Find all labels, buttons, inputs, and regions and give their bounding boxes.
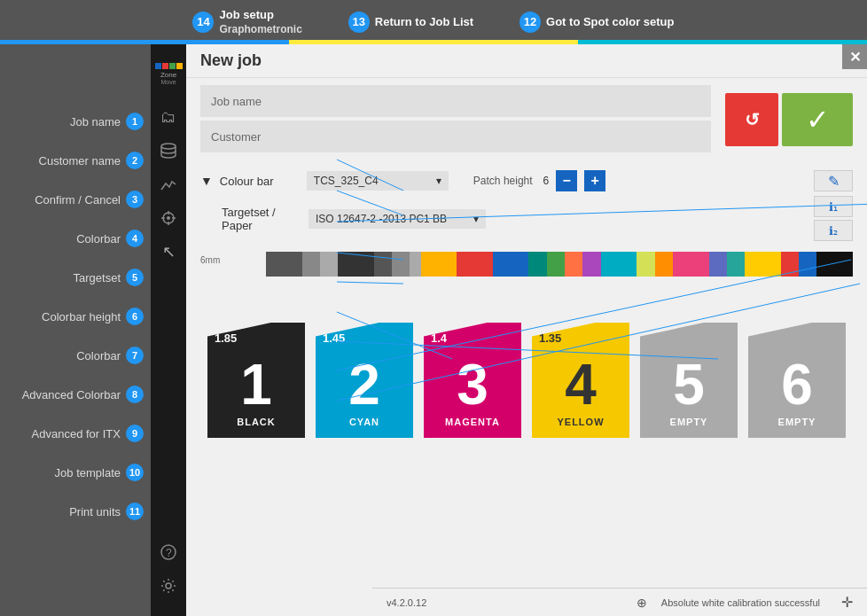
label-print-units: Print units 11 bbox=[0, 492, 151, 531]
edit-button[interactable]: ✎ bbox=[814, 170, 853, 191]
job-name-field[interactable]: Job name bbox=[200, 85, 711, 117]
nav-label-12: Got to Spot color setup bbox=[546, 15, 674, 28]
ink-number-magenta: 3 bbox=[457, 356, 488, 413]
crosshair-icon[interactable] bbox=[152, 202, 184, 234]
label-colorbar: Colorbar 4 bbox=[0, 219, 151, 258]
label-customer-name: Customer name 2 bbox=[0, 141, 151, 180]
svg-line-14 bbox=[337, 282, 403, 284]
label-targetset: Targetset 5 bbox=[0, 258, 151, 297]
nav-btn-14[interactable]: 14 Job setup Graphometronic bbox=[178, 3, 316, 42]
label-advanced-colorbar: Advanced Colorbar 8 bbox=[0, 375, 151, 414]
customer-label: Customer bbox=[211, 130, 300, 144]
ink-unit-cyan[interactable]: 1.45 2 CYAN bbox=[316, 323, 413, 438]
page-title: New job bbox=[200, 51, 262, 70]
patch-height-value: 6 bbox=[543, 175, 550, 187]
ink-units: 1.85 1 BLACK 1.45 2 CYAN 1.4 3 MAGENTA bbox=[186, 316, 867, 452]
help-icon[interactable]: ? bbox=[152, 536, 184, 568]
ink-number-yellow: 4 bbox=[565, 356, 597, 413]
nav-label-14-line1: Job setup bbox=[219, 8, 301, 23]
nav-btn-12[interactable]: 12 Got to Spot color setup bbox=[505, 6, 688, 38]
nav-badge-13: 13 bbox=[348, 12, 370, 33]
ink-value-magenta: 1.4 bbox=[431, 331, 447, 345]
targetset-dropdown[interactable]: ISO 12647-2 -2013 PC1 BB ▾ bbox=[309, 209, 486, 229]
colorbar-dropdown[interactable]: TCS_325_C4 ▾ bbox=[307, 171, 449, 191]
nav-label-14-line2: Graphometronic bbox=[219, 23, 301, 37]
targetset-label: Targetset / Paper bbox=[222, 206, 301, 232]
label-colorbar-7: Colorbar 7 bbox=[0, 336, 151, 375]
nav-btn-13[interactable]: 13 Return to Job List bbox=[334, 6, 488, 38]
settings-icon[interactable] bbox=[152, 570, 184, 602]
svg-point-9 bbox=[166, 583, 171, 589]
action-buttons: ↺ ✓ bbox=[725, 93, 853, 146]
ink-name-black: BLACK bbox=[237, 417, 276, 427]
colorbar-label: Colour bar bbox=[220, 175, 300, 188]
nav-badge-14: 14 bbox=[192, 12, 214, 33]
nav-badge-12: 12 bbox=[519, 12, 541, 33]
status-icon: ⊕ bbox=[637, 596, 647, 610]
label-colorbar-height: Colorbar height 6 bbox=[0, 297, 151, 336]
color-strip-label: 6mm bbox=[200, 255, 220, 265]
main-container: Job name 1 Customer name 2 Confirm / Can… bbox=[0, 44, 867, 616]
label-advanced-for-itx: Advanced for ITX 9 bbox=[0, 414, 151, 453]
job-name-label: Job name bbox=[211, 95, 300, 108]
label-job-template: Job template 10 bbox=[0, 453, 151, 492]
ink-unit-black[interactable]: 1.85 1 BLACK bbox=[207, 323, 305, 438]
ink-name-yellow: YELLOW bbox=[557, 417, 604, 427]
patch-minus-button[interactable]: − bbox=[556, 170, 577, 191]
folder-icon[interactable]: 🗂 bbox=[152, 101, 184, 133]
label-job-name: Job name 1 bbox=[0, 102, 151, 141]
color-strip bbox=[266, 252, 853, 277]
ink-name-cyan: CYAN bbox=[349, 417, 379, 427]
confirm-button[interactable]: ✓ bbox=[782, 93, 853, 146]
version-label: v4.2.0.12 bbox=[387, 597, 426, 608]
ink-name-6: EMPTY bbox=[778, 417, 816, 427]
ink-number-cyan: 2 bbox=[348, 356, 380, 413]
nav-label-13: Return to Job List bbox=[375, 15, 473, 28]
label-confirm-cancel: Confirm / Cancel 3 bbox=[0, 180, 151, 219]
color-strip-container: 6mm bbox=[186, 248, 867, 280]
svg-point-0 bbox=[161, 144, 176, 149]
status-bar: v4.2.0.12 ⊕ Absolute white calibration s… bbox=[372, 588, 867, 616]
top-nav: 14 Job setup Graphometronic 13 Return to… bbox=[0, 0, 867, 44]
cursor-icon[interactable]: ↖ bbox=[152, 236, 184, 268]
ink-value-black: 1.85 bbox=[215, 331, 237, 345]
dropdown-arrow-icon: ▼ bbox=[200, 174, 213, 188]
ink-unit-magenta[interactable]: 1.4 3 MAGENTA bbox=[424, 323, 521, 438]
customer-field[interactable]: Customer bbox=[200, 121, 711, 152]
ink-unit-6[interactable]: 6 EMPTY bbox=[748, 323, 846, 438]
icon-sidebar: Zone Move 🗂 ↖ ? bbox=[151, 44, 186, 616]
cancel-button[interactable]: ↺ bbox=[725, 93, 778, 146]
chart-icon[interactable] bbox=[152, 168, 184, 200]
database-icon[interactable] bbox=[152, 135, 184, 167]
info2-button[interactable]: ℹ₂ bbox=[814, 220, 853, 241]
ink-name-magenta: MAGENTA bbox=[445, 417, 500, 427]
close-button[interactable]: ✕ bbox=[842, 44, 867, 69]
ink-value-cyan: 1.45 bbox=[323, 331, 345, 345]
colorbar-section: ▼ Colour bar TCS_325_C4 ▾ Patch height 6… bbox=[186, 163, 867, 245]
compass-icon: ✛ bbox=[841, 594, 853, 611]
ink-number-6: 6 bbox=[781, 356, 813, 413]
ink-unit-5[interactable]: 5 EMPTY bbox=[640, 323, 738, 438]
ink-unit-yellow[interactable]: 1.35 4 YELLOW bbox=[532, 323, 629, 438]
patch-plus-button[interactable]: + bbox=[584, 170, 605, 191]
ink-number-black: 1 bbox=[240, 356, 272, 413]
patch-height-label: Patch height bbox=[473, 175, 533, 187]
info1-button[interactable]: ℹ₁ bbox=[814, 196, 853, 217]
title-bar: New job ✕ bbox=[186, 44, 867, 78]
ink-number-5: 5 bbox=[673, 356, 705, 413]
svg-text:?: ? bbox=[166, 547, 172, 559]
svg-point-6 bbox=[167, 216, 170, 220]
label-panel: Job name 1 Customer name 2 Confirm / Can… bbox=[0, 44, 151, 616]
status-message: Absolute white calibration successful bbox=[661, 597, 820, 608]
ink-name-5: EMPTY bbox=[670, 417, 708, 427]
logo: Zone Move bbox=[152, 51, 184, 96]
ink-value-yellow: 1.35 bbox=[539, 331, 561, 345]
content-area: New job ✕ ↺ ✓ Job name Customer ▼ Colour bbox=[186, 44, 867, 616]
